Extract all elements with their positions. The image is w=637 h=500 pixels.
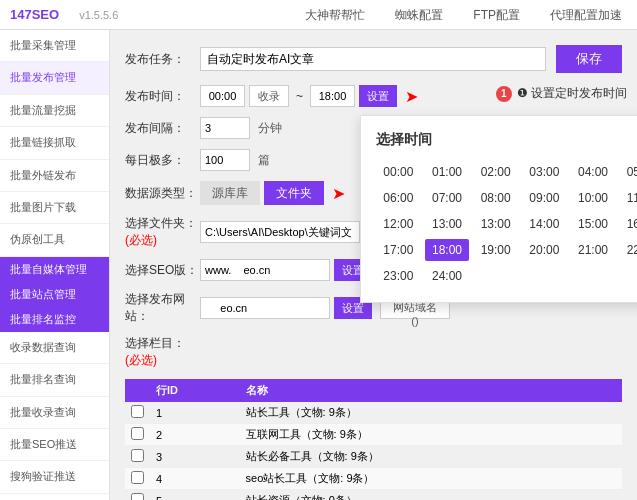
time-cell[interactable]: 11:00	[619, 187, 637, 209]
time-cell[interactable]: 08:00	[473, 187, 518, 209]
brand-name: 147SEO	[10, 7, 59, 22]
row-name: seo站长工具（文物: 9条）	[240, 468, 622, 490]
nav-item-proxy[interactable]: 代理配置加速	[545, 0, 627, 30]
main-layout: 批量采集管理 批量发布管理 批量流量挖掘 批量链接抓取 批量外链发布 批量图片下…	[0, 30, 637, 500]
sidebar-item-publish[interactable]: 批量发布管理	[0, 62, 109, 94]
arrow-icon-2: ➤	[332, 184, 345, 203]
time-cell[interactable]: 07:00	[425, 187, 470, 209]
row-name: 站长必备工具（文物: 9条）	[240, 446, 622, 468]
time-cell[interactable]: 04:00	[571, 161, 616, 183]
collect-button[interactable]: 收录	[249, 85, 289, 107]
sidebar-item-spider-feedback[interactable]: 批量蜘蛛反馈	[0, 494, 109, 500]
row-name: 互联网工具（文物: 9条）	[240, 424, 622, 446]
sidebar-item-traffic[interactable]: 批量流量挖掘	[0, 95, 109, 127]
time-grid: 00:0001:0002:0003:0004:0005:0006:0007:00…	[376, 161, 637, 287]
sidebar-item-record-query[interactable]: 收录数据查询	[0, 332, 109, 364]
nav-items: 大神帮帮忙 蜘蛛配置 FTP配置 代理配置加速	[300, 0, 627, 30]
save-button[interactable]: 保存	[556, 45, 622, 73]
row-checkbox[interactable]	[131, 427, 144, 440]
time-cell[interactable]: 22:00	[619, 239, 637, 261]
time-cell[interactable]: 18:00	[425, 239, 470, 261]
time-cell[interactable]: 15:00	[571, 213, 616, 235]
time-cell[interactable]: 06:00	[376, 187, 421, 209]
sidebar-item-collect[interactable]: 批量采集管理	[0, 30, 109, 62]
seo-controls: 设置	[200, 259, 372, 281]
table-row[interactable]: 3 站长必备工具（文物: 9条）	[125, 446, 622, 468]
sidebar-section-rank: 批量排名监控	[0, 307, 109, 332]
time-cell[interactable]: 10:00	[571, 187, 616, 209]
table-header-name: 名称	[240, 379, 622, 402]
publish-site-label: 选择发布网站：	[125, 291, 200, 325]
time-cell[interactable]: 05:00	[619, 161, 637, 183]
time-cell[interactable]: 24:00	[425, 265, 470, 287]
time-cell[interactable]: 03:00	[522, 161, 567, 183]
interval-input[interactable]	[200, 117, 250, 139]
row-id: 4	[150, 468, 240, 490]
time-cell[interactable]: 21:00	[571, 239, 616, 261]
source-controls: 源库库 文件夹 ➤	[200, 181, 345, 205]
time-cell[interactable]: 14:00	[522, 213, 567, 235]
time-cell[interactable]: 20:00	[522, 239, 567, 261]
file-path-input[interactable]	[200, 221, 360, 243]
time-cell[interactable]: 16:00	[619, 213, 637, 235]
site-table: 行ID 名称 1 站长工具（文物: 9条） 2 互联网工具（文物: 9条） 3 …	[125, 379, 622, 500]
nav-item-spider[interactable]: 蜘蛛配置	[390, 0, 448, 30]
sidebar-item-images[interactable]: 批量图片下载	[0, 192, 109, 224]
nav-item-ftp[interactable]: FTP配置	[468, 0, 525, 30]
sidebar-item-rank-query[interactable]: 批量排名查询	[0, 364, 109, 396]
interval-controls: 分钟	[200, 117, 282, 139]
annotation-1: 1 ❶ 设置定时发布时间	[496, 85, 627, 102]
time-cell[interactable]: 17:00	[376, 239, 421, 261]
time-cell[interactable]: 01:00	[425, 161, 470, 183]
sidebar-item-seo-push[interactable]: 批量SEO推送	[0, 429, 109, 461]
sidebar-item-outlinks[interactable]: 批量外链发布	[0, 160, 109, 192]
daily-label: 每日极多：	[125, 152, 200, 169]
row-name: 站长工具（文物: 9条）	[240, 402, 622, 424]
sidebar-item-sogou-push[interactable]: 搜狗验证推送	[0, 461, 109, 493]
table-row[interactable]: 4 seo站长工具（文物: 9条）	[125, 468, 622, 490]
category-row: 选择栏目： (必选)	[125, 335, 622, 369]
sidebar-item-collect-query[interactable]: 批量收录查询	[0, 397, 109, 429]
time-cell[interactable]: 00:00	[376, 161, 421, 183]
row-checkbox[interactable]	[131, 449, 144, 462]
time-end-input[interactable]	[310, 85, 355, 107]
row-checkbox[interactable]	[131, 471, 144, 484]
top-nav: 147SEO v1.5.5.6 大神帮帮忙 蜘蛛配置 FTP配置 代理配置加速	[0, 0, 637, 30]
table-row[interactable]: 2 互联网工具（文物: 9条）	[125, 424, 622, 446]
row-id: 1	[150, 402, 240, 424]
daily-input[interactable]	[200, 149, 250, 171]
nav-item-daishen[interactable]: 大神帮帮忙	[300, 0, 370, 30]
row-checkbox[interactable]	[131, 405, 144, 418]
time-cell[interactable]: 13:00	[473, 213, 518, 235]
arrow-icon: ➤	[405, 87, 418, 106]
row-name: 站长资源（文物: 0条）	[240, 490, 622, 501]
row-checkbox[interactable]	[131, 493, 144, 500]
time-cell[interactable]: 02:00	[473, 161, 518, 183]
sidebar: 批量采集管理 批量发布管理 批量流量挖掘 批量链接抓取 批量外链发布 批量图片下…	[0, 30, 110, 500]
time-cell[interactable]: 19:00	[473, 239, 518, 261]
row-id: 2	[150, 424, 240, 446]
sidebar-item-links[interactable]: 批量链接抓取	[0, 127, 109, 159]
time-picker-title: 选择时间	[376, 131, 637, 149]
time-label: 发布时间：	[125, 88, 200, 105]
publish-url-input[interactable]	[200, 297, 330, 319]
content-area: 发布任务： 保存 发布时间： 收录 ~ 设置 ➤ 1 ❶ 设置定时发布时间 发布…	[110, 30, 637, 500]
time-set-button[interactable]: 设置	[359, 85, 397, 107]
time-cell[interactable]: 12:00	[376, 213, 421, 235]
time-picker-popup: 选择时间 00:0001:0002:0003:0004:0005:0006:00…	[360, 115, 637, 303]
sidebar-item-pseudo[interactable]: 伪原创工具	[0, 224, 109, 256]
table-row[interactable]: 1 站长工具（文物: 9条）	[125, 402, 622, 424]
table-header-id: 行ID	[150, 379, 240, 402]
source-tab2-button[interactable]: 文件夹	[264, 181, 324, 205]
task-title-input[interactable]	[200, 47, 546, 71]
time-controls: 收录 ~ 设置 ➤	[200, 85, 418, 107]
table-row[interactable]: 5 站长资源（文物: 0条）	[125, 490, 622, 501]
time-start-input[interactable]	[200, 85, 245, 107]
time-cell[interactable]: 23:00	[376, 265, 421, 287]
row-id: 5	[150, 490, 240, 501]
source-tab1-button[interactable]: 源库库	[200, 181, 260, 205]
seo-url-input[interactable]	[200, 259, 330, 281]
time-cell[interactable]: 09:00	[522, 187, 567, 209]
sidebar-section-media: 批量自媒体管理	[0, 257, 109, 282]
time-cell[interactable]: 13:00	[425, 213, 470, 235]
